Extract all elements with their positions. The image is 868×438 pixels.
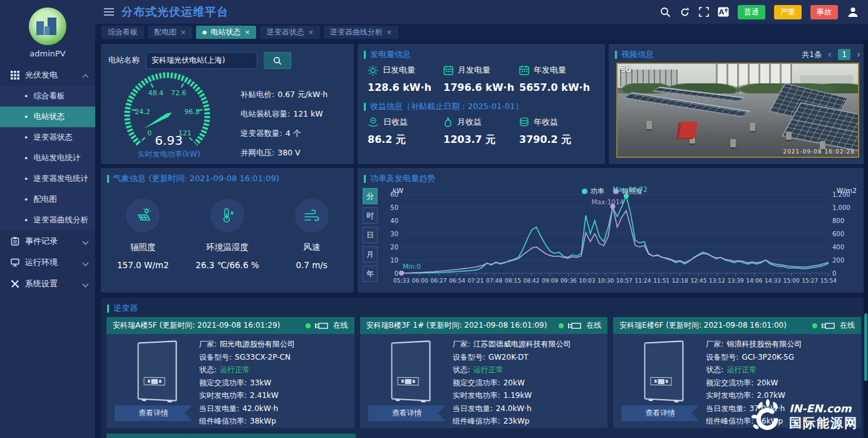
money-bag-icon xyxy=(443,117,453,127)
online-dot-icon xyxy=(559,323,564,328)
inverter-field-row: 厂家:江苏固德威电源科技有限公司 xyxy=(453,338,604,351)
tab-inverter-status[interactable]: 逆变器状态× xyxy=(260,26,319,39)
close-icon[interactable]: × xyxy=(244,28,250,36)
close-icon[interactable]: × xyxy=(386,28,392,36)
svg-text:800: 800 xyxy=(832,217,844,224)
coins-icon xyxy=(519,117,529,127)
range-tab-hour[interactable]: 时 xyxy=(363,207,378,224)
range-tab-day[interactable]: 日 xyxy=(363,227,378,243)
field-label: 实时发电功率: xyxy=(199,391,247,400)
svg-text:14:33: 14:33 xyxy=(765,278,781,284)
field-label: 设备型号: xyxy=(706,353,738,362)
sidebar-item-inverter-status[interactable]: •逆变器状态 xyxy=(0,127,95,148)
inverter-field-row: 额定交流功率:20kW xyxy=(453,377,604,390)
user-icon[interactable] xyxy=(847,6,859,18)
sidebar-item-inverter-curve[interactable]: •逆变器曲线分析 xyxy=(0,210,95,231)
view-details-button[interactable]: 查看详情 xyxy=(621,405,699,421)
environment-icon xyxy=(11,258,19,267)
sidebar-item-runtime-env[interactable]: 运行环境 xyxy=(0,252,95,273)
company-logo xyxy=(29,8,66,45)
sidebar-item-overview[interactable]: •综合看板 xyxy=(0,86,95,107)
field-label: 设备型号: xyxy=(199,353,232,362)
svg-text:12:18: 12:18 xyxy=(672,278,688,284)
svg-text:10:30: 10:30 xyxy=(597,278,614,284)
station-name-label: 电站名称 xyxy=(108,55,140,66)
scrollbar-track[interactable] xyxy=(864,40,868,438)
svg-text:Max:1014: Max:1014 xyxy=(591,198,624,206)
inverter-field-row: 实时发电功率:1.19kW xyxy=(453,389,604,402)
trend-chart-svg[interactable]: 0010200204003060040800501,000601,20005:3… xyxy=(380,185,859,291)
menu-toggle-icon[interactable] xyxy=(104,8,114,16)
prev-page-icon[interactable]: ‹ xyxy=(828,49,832,60)
inverter-field-row: 状态:运行正常 xyxy=(706,363,857,377)
page-number[interactable]: 1 xyxy=(838,49,850,60)
svg-text:10: 10 xyxy=(390,257,398,264)
svg-text:12:45: 12:45 xyxy=(690,278,706,284)
inen-sun-logo xyxy=(752,399,784,434)
svg-text:24.2: 24.2 xyxy=(135,108,150,116)
svg-text:06:27: 06:27 xyxy=(430,278,447,284)
sidebar-item-system-settings[interactable]: 系统设置 xyxy=(0,273,95,295)
close-icon[interactable]: × xyxy=(180,28,186,36)
inverter-field-row: 当日发电量:42.0kW·h xyxy=(199,402,351,415)
translate-icon[interactable]: A xyxy=(718,7,729,17)
sidebar-item-inverter-stats[interactable]: •逆变器发电统计 xyxy=(0,169,95,189)
field-label: 组件峰值功率: xyxy=(706,417,753,425)
view-details-button[interactable]: 查看详情 xyxy=(368,405,446,421)
cctv-video-feed[interactable]: 5G 2021-09-08 16:02:28 xyxy=(616,63,859,158)
sun-icon xyxy=(368,65,378,76)
online-status: 在线 xyxy=(812,320,855,331)
field-value: SG33CX-2P-CN xyxy=(235,353,291,362)
station-panel: 电站名称 024.248.472.696.8121 6.93 实时发电功率(kW… xyxy=(101,44,354,164)
range-tab-year[interactable]: 年 xyxy=(363,266,378,282)
weather-panel: 气象信息 (更新时间: 2021-09-08 16:01:09) 辐照度 157… xyxy=(101,168,354,293)
svg-text:Min:0: Min:0 xyxy=(403,263,421,270)
sidebar-item-distribution-diagram[interactable]: •配电图 xyxy=(0,189,95,210)
field-value: 42.0kW·h xyxy=(242,404,278,413)
svg-text:13:12: 13:12 xyxy=(709,278,725,284)
view-details-button[interactable]: 查看详情 xyxy=(115,405,192,421)
svg-text:08:15: 08:15 xyxy=(505,278,521,284)
online-label: 在线 xyxy=(333,320,348,331)
inverter-card-header: 安科瑞A楼5F (更新时间: 2021-09-08 16:01:29) 在线 xyxy=(106,317,354,334)
sidebar-item-event-log[interactable]: 事件记录 xyxy=(0,231,95,252)
svg-text:Max:58.72: Max:58.72 xyxy=(612,185,647,193)
chevron-up-icon xyxy=(83,74,89,80)
tab-overview[interactable]: 综合看板 xyxy=(101,26,144,39)
tab-station-status[interactable]: ●电站状态× xyxy=(196,26,256,39)
gauge-value: 6.93 xyxy=(105,133,233,148)
field-value: 23kWp xyxy=(504,417,530,425)
status-badge-severe[interactable]: 严重 xyxy=(774,5,802,19)
inverter-card: 安科瑞B楼3F 1# (更新时间: 2021-09-08 16:01:09) 在… xyxy=(360,317,608,428)
svg-text:06:54: 06:54 xyxy=(449,278,465,284)
field-value: 38kWp xyxy=(250,417,276,425)
close-icon[interactable]: × xyxy=(307,28,313,36)
sidebar-item-station-stats[interactable]: •电站发电统计 xyxy=(0,148,95,169)
status-badge-normal[interactable]: 普通 xyxy=(738,5,765,19)
status-badge-accident[interactable]: 事故 xyxy=(810,5,838,19)
station-search-input[interactable] xyxy=(146,52,257,69)
inverter-field-row: 厂家:锦浪科技股份有限公司 xyxy=(706,338,857,351)
search-icon[interactable] xyxy=(660,7,671,18)
income-title: 收益信息（补贴截止日期：2025-01-01） xyxy=(370,101,524,112)
tab-distribution-diagram[interactable]: 配电图× xyxy=(148,26,192,39)
chevron-down-icon xyxy=(83,259,89,266)
field-value: 2.41kW xyxy=(250,391,279,400)
tab-inverter-curve[interactable]: 逆变器曲线分析× xyxy=(324,26,398,39)
refresh-icon[interactable] xyxy=(679,7,690,18)
fullscreen-icon[interactable] xyxy=(699,7,709,17)
svg-text:06:00: 06:00 xyxy=(412,278,428,284)
sidebar-item-pv-generation[interactable]: 光伏发电 xyxy=(0,65,95,86)
range-tab-month[interactable]: 月 xyxy=(363,246,378,263)
plug-icon xyxy=(822,322,835,330)
scrollbar-thumb[interactable] xyxy=(864,313,867,381)
chevron-down-icon xyxy=(83,238,89,244)
svg-text:05:33: 05:33 xyxy=(393,278,410,284)
station-search-button[interactable] xyxy=(264,52,291,69)
field-value: 24.0kW·h xyxy=(496,404,532,413)
sidebar-item-station-status[interactable]: •电站状态 xyxy=(0,107,95,127)
weather-title: 气象信息 (更新时间: 2021-09-08 16:01:09) xyxy=(113,173,279,184)
svg-text:40: 40 xyxy=(390,217,398,224)
sidebar-item-label: 光伏发电 xyxy=(25,70,58,81)
next-page-icon[interactable]: › xyxy=(857,49,860,60)
